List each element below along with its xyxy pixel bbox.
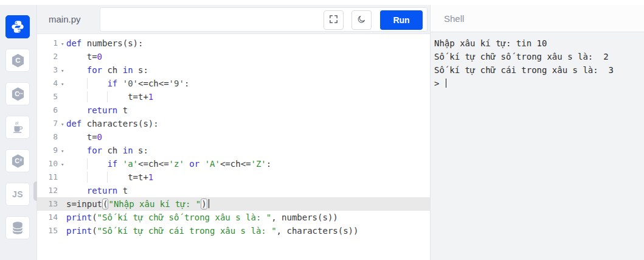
- code-text: t=t+1: [66, 90, 153, 104]
- code-text: print("Số kí tự chữ cái trong xâu s là: …: [66, 224, 358, 237]
- tab-label: main.py: [49, 14, 81, 24]
- sidebar-item-csharp[interactable]: C#: [5, 149, 30, 172]
- python-icon: [10, 19, 25, 34]
- line-number: 4: [37, 77, 58, 90]
- line-number: 9: [37, 144, 58, 157]
- js-icon: JS: [12, 189, 23, 199]
- svg-text:#: #: [19, 157, 22, 161]
- sidebar-item-cpp[interactable]: C++: [5, 82, 30, 105]
- svg-text:C: C: [15, 157, 19, 164]
- sidebar-item-java[interactable]: [5, 116, 30, 139]
- sidebar-item-python[interactable]: [5, 15, 30, 38]
- sql-icon: [12, 221, 24, 235]
- editor-toolbar: [100, 7, 428, 32]
- code-text: def numbers(s):: [66, 37, 143, 50]
- shell-title: Shell: [444, 13, 464, 24]
- c-icon: C: [11, 53, 25, 68]
- code-line-10[interactable]: 10▾ if 'a'<=ch<='z' or 'A'<=ch<='Z':: [37, 157, 430, 170]
- dark-mode-button[interactable]: [351, 10, 372, 30]
- line-number: 2: [37, 50, 58, 63]
- code-line-15[interactable]: 15print("Số kí tự chữ cái trong xâu s là…: [37, 224, 430, 237]
- code-line-5[interactable]: 5 t=t+1: [37, 90, 430, 104]
- line-number: 11: [37, 170, 58, 184]
- shell-output[interactable]: Nhập xâu kí tự: tin 10Số kí tự chữ số tr…: [431, 32, 644, 260]
- code-text: for ch in s:: [66, 144, 148, 157]
- line-number: 15: [37, 224, 58, 237]
- code-line-6[interactable]: 6 return t: [37, 104, 430, 117]
- code-text: if '0'<=ch<='9':: [66, 77, 189, 90]
- code-text: t=0: [66, 130, 102, 144]
- code-text: t=t+1: [66, 170, 153, 184]
- svg-text:C: C: [15, 57, 20, 64]
- code-text: print("Số kí tự chữ số trong xâu s là: "…: [66, 211, 338, 224]
- editor-header: main.py Run: [37, 5, 430, 34]
- code-line-4[interactable]: 4▾ if '0'<=ch<='9':: [37, 77, 430, 90]
- fullscreen-icon: [328, 14, 339, 26]
- code-line-7[interactable]: 7▾def characters(s):: [37, 117, 430, 130]
- shell-prompt: >: [434, 77, 644, 90]
- code-line-13[interactable]: 13s=input("Nhập xâu kí tự: "): [37, 197, 430, 211]
- shell-pane: Shell Nhập xâu kí tự: tin 10Số kí tự chữ…: [430, 5, 644, 260]
- language-sidebar: CC++C#JS: [0, 5, 37, 260]
- code-line-8[interactable]: 8 t=0: [37, 130, 430, 144]
- tab-main-py[interactable]: main.py: [49, 5, 81, 33]
- line-number: 1: [37, 37, 58, 50]
- code-line-9[interactable]: 9▾ for ch in s:: [37, 144, 430, 157]
- sidebar-item-js[interactable]: JS: [5, 183, 30, 206]
- shell-output-line: Nhập xâu kí tự: tin 10: [434, 37, 644, 50]
- line-number: 8: [37, 130, 58, 144]
- line-number: 10: [37, 157, 58, 170]
- code-text: t=0: [66, 50, 102, 63]
- sidebar-item-c[interactable]: C: [5, 49, 30, 72]
- code-text: s=input("Nhập xâu kí tự: "): [66, 197, 209, 211]
- java-icon: [11, 121, 24, 134]
- editor-pane: main.py Run 1▾def numbers(s):2 t=03▾ for…: [37, 5, 430, 260]
- moon-icon: [356, 14, 367, 26]
- svg-text:++: ++: [18, 90, 23, 94]
- line-number: 14: [37, 211, 58, 224]
- code-line-11[interactable]: 11 t=t+1: [37, 170, 430, 184]
- shell-output-line: Số kí tự chữ cái trong xâu s là: 3: [434, 63, 644, 77]
- line-number: 3: [37, 63, 58, 77]
- code-line-1[interactable]: 1▾def numbers(s):: [37, 37, 430, 50]
- code-text: def characters(s):: [66, 117, 159, 130]
- code-text: return t: [66, 184, 128, 197]
- line-number: 13: [37, 197, 58, 211]
- code-text: if 'a'<=ch<='z' or 'A'<=ch<='Z':: [66, 157, 271, 170]
- code-line-14[interactable]: 14print("Số kí tự chữ số trong xâu s là:…: [37, 211, 430, 224]
- sidebar-item-sql[interactable]: [5, 216, 30, 239]
- shell-header: Shell: [431, 5, 644, 32]
- code-line-3[interactable]: 3▾ for ch in s:: [37, 63, 430, 77]
- run-button[interactable]: Run: [380, 10, 423, 30]
- code-editor[interactable]: 1▾def numbers(s):2 t=03▾ for ch in s:4▾ …: [37, 33, 430, 260]
- code-text: for ch in s:: [66, 63, 148, 77]
- shell-cursor: [446, 79, 447, 88]
- text-cursor: [209, 199, 210, 208]
- fullscreen-button[interactable]: [324, 10, 344, 30]
- line-number: 12: [37, 184, 58, 197]
- line-number: 6: [37, 104, 58, 117]
- code-text: return t: [66, 104, 128, 117]
- line-number: 7: [37, 117, 58, 130]
- cpp-icon: C++: [11, 86, 25, 102]
- line-number: 5: [37, 90, 58, 104]
- code-line-2[interactable]: 2 t=0: [37, 50, 430, 63]
- code-line-12[interactable]: 12 return t: [37, 184, 430, 197]
- csharp-icon: C#: [11, 153, 25, 169]
- shell-output-line: Số kí tự chữ số trong xâu s là: 2: [434, 50, 644, 63]
